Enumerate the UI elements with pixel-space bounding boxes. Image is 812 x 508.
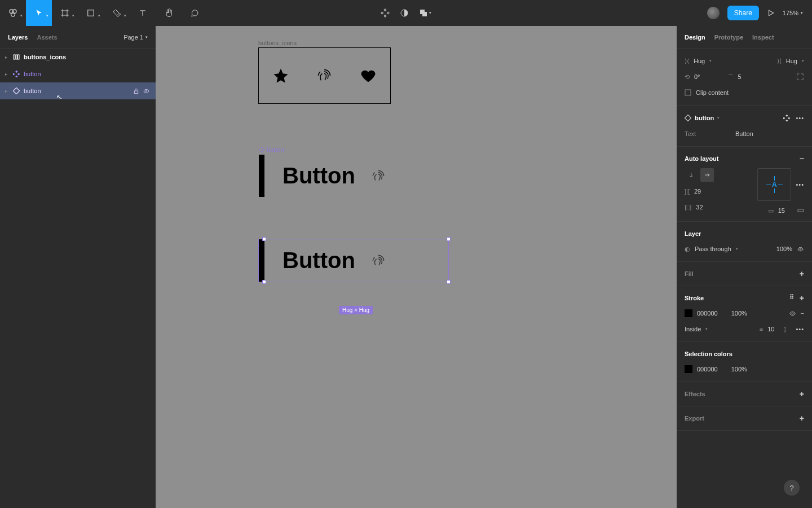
button-component-master[interactable]: Button	[259, 155, 404, 197]
instance-icon	[12, 87, 20, 95]
mask-icon[interactable]	[400, 8, 409, 17]
remove-stroke-button[interactable]: −	[801, 310, 804, 317]
layer-opacity-input[interactable]: 100%	[776, 246, 792, 252]
svg-rect-13	[387, 12, 389, 14]
comment-tool[interactable]	[182, 0, 208, 26]
add-export-button[interactable]: +	[800, 414, 804, 423]
text-tool[interactable]	[130, 0, 156, 26]
svg-rect-7	[88, 10, 94, 16]
tab-layers[interactable]: Layers	[8, 34, 28, 41]
resize-handle-nw[interactable]	[262, 237, 266, 241]
svg-rect-32	[685, 90, 691, 95]
stroke-color-swatch[interactable]	[685, 309, 692, 317]
direction-horizontal-button[interactable]	[700, 168, 714, 182]
remove-autolayout-button[interactable]: −	[800, 154, 804, 163]
icons-frame[interactable]	[258, 47, 391, 104]
auto-layout-options-icon[interactable]: •••	[796, 181, 804, 188]
layer-row-instance[interactable]: ▸ button ↖	[0, 82, 156, 99]
padding-v-input[interactable]: 15	[778, 207, 785, 214]
selection-color-swatch[interactable]	[685, 365, 692, 373]
tab-prototype[interactable]: Prototype	[714, 34, 743, 41]
heart-icon	[360, 67, 377, 84]
present-button[interactable]	[767, 9, 775, 17]
svg-rect-22	[13, 73, 15, 75]
canvas[interactable]: buttons_icons button Button Button Hug ×…	[156, 26, 677, 508]
add-stroke-button[interactable]: +	[800, 294, 804, 303]
layer-name: button	[24, 71, 41, 77]
stroke-color-hex[interactable]: 000000	[697, 310, 718, 317]
padding-h-input[interactable]: 32	[696, 204, 703, 211]
svg-rect-28	[261, 147, 263, 148]
add-fill-button[interactable]: +	[800, 269, 804, 278]
svg-rect-37	[786, 120, 788, 121]
resize-handle-sw[interactable]	[262, 280, 266, 284]
blend-icon: ◐	[685, 246, 690, 253]
selection-color-hex[interactable]: 000000	[697, 366, 718, 373]
independent-padding-button[interactable]	[797, 207, 804, 214]
stroke-position-dropdown[interactable]: Inside	[685, 326, 701, 332]
stroke-options-icon[interactable]: •••	[796, 326, 804, 332]
layer-row-component[interactable]: ▸ button	[0, 65, 156, 82]
fill-section-title: Fill	[685, 270, 694, 277]
padding-h-icon: |□|	[685, 204, 691, 211]
tab-design[interactable]: Design	[685, 34, 705, 41]
rotation-input[interactable]: 0°	[694, 73, 700, 80]
resize-handle-se[interactable]	[447, 280, 451, 284]
main-menu[interactable]: ▾	[0, 0, 26, 26]
stroke-per-side-button[interactable]: ▯	[783, 326, 787, 333]
instance-options-icon[interactable]: •••	[796, 115, 804, 121]
svg-marker-17	[769, 10, 773, 15]
independent-corners-button[interactable]	[796, 73, 804, 81]
height-input[interactable]: Hug	[786, 58, 797, 64]
stroke-weight-input[interactable]: 10	[767, 326, 774, 332]
svg-rect-19	[16, 55, 17, 59]
stroke-opacity-input[interactable]: 100%	[731, 310, 747, 317]
svg-point-27	[145, 90, 147, 92]
visibility-icon[interactable]	[797, 246, 804, 252]
boolean-icon[interactable]: ▾	[419, 8, 431, 17]
resize-handle-ne[interactable]	[447, 237, 451, 241]
frame-label[interactable]: buttons_icons	[258, 40, 297, 46]
button-instance-selected[interactable]: Button	[259, 239, 448, 282]
direction-vertical-button[interactable]	[685, 168, 698, 182]
radius-input[interactable]: 5	[738, 73, 742, 80]
frame-tool[interactable]: ▾	[52, 0, 78, 26]
visibility-icon[interactable]	[143, 88, 150, 94]
move-tool[interactable]: ▾	[26, 0, 52, 26]
fingerprint-icon	[316, 68, 332, 84]
tab-assets[interactable]: Assets	[37, 34, 57, 41]
lock-icon[interactable]	[133, 88, 139, 94]
selection-color-opacity[interactable]: 100%	[731, 366, 747, 373]
visibility-icon[interactable]	[789, 310, 796, 317]
share-button[interactable]: Share	[727, 6, 759, 20]
pen-tool[interactable]: ▾	[104, 0, 130, 26]
svg-rect-24	[15, 76, 17, 77]
component-label[interactable]: button	[259, 146, 284, 153]
go-to-main-icon[interactable]	[783, 115, 790, 121]
component-name-dropdown[interactable]: button	[695, 115, 714, 121]
clip-checkbox[interactable]	[685, 89, 691, 96]
spacing-input[interactable]: 29	[694, 188, 701, 195]
stroke-style-button[interactable]: ⠿	[789, 294, 794, 303]
shape-tool[interactable]: ▾	[78, 0, 104, 26]
components-icon[interactable]	[381, 8, 390, 17]
blend-mode-dropdown[interactable]: Pass through	[695, 246, 731, 252]
tab-inspect[interactable]: Inspect	[752, 34, 774, 41]
stroke-weight-icon: ≡	[760, 326, 763, 332]
rotation-icon: ⟲	[685, 73, 690, 81]
help-button[interactable]: ?	[784, 480, 800, 496]
alignment-control[interactable]: A	[757, 168, 791, 201]
layer-row-frame[interactable]: ▸ buttons_icons	[0, 49, 156, 65]
svg-rect-11	[384, 15, 386, 17]
add-effect-button[interactable]: +	[800, 389, 804, 398]
svg-rect-18	[14, 55, 15, 59]
text-prop-value[interactable]: Button	[735, 130, 753, 137]
avatar[interactable]	[707, 7, 720, 19]
zoom-dropdown[interactable]: 175%▾	[783, 10, 803, 16]
hand-tool[interactable]	[156, 0, 182, 26]
page-name: Page 1	[123, 34, 143, 41]
svg-rect-20	[18, 55, 20, 59]
page-dropdown[interactable]: Page 1▾	[123, 34, 148, 41]
component-icon	[12, 70, 20, 78]
width-input[interactable]: Hug	[694, 58, 705, 64]
